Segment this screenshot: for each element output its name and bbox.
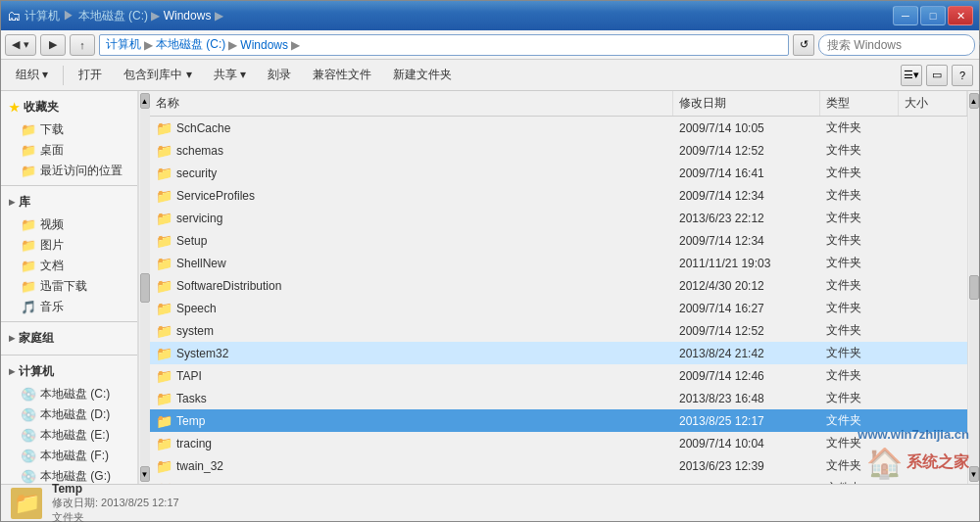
table-row[interactable]: 📁TAPI2009/7/14 12:46文件夹: [150, 364, 967, 387]
file-date-cell: 2013/6/23 12:39: [673, 457, 820, 475]
organize-button[interactable]: 组织 ▾: [7, 64, 57, 87]
path-computer[interactable]: 计算机: [106, 36, 141, 53]
file-date-cell: 2009/7/14 12:52: [673, 322, 820, 340]
main-content: ★ 收藏夹 📁 下载 📁 桌面 📁 最近访问的位置: [1, 91, 979, 484]
table-row[interactable]: 📁System322013/8/24 21:42文件夹: [150, 342, 967, 364]
column-header-size[interactable]: 大小: [899, 91, 967, 116]
back-button[interactable]: ◀ ▾: [5, 34, 36, 56]
file-size-cell: [899, 352, 967, 356]
favorites-label: 收藏夹: [24, 99, 59, 116]
table-row[interactable]: 📁servicing2013/6/23 22:12文件夹: [150, 207, 967, 229]
file-type-cell: 文件夹: [820, 410, 899, 431]
help-button[interactable]: ?: [952, 65, 973, 86]
path-c-drive[interactable]: 本地磁盘 (C:): [156, 36, 225, 53]
table-row[interactable]: 📁Setup2009/7/14 12:34文件夹: [150, 229, 967, 252]
search-box[interactable]: 🔍: [818, 34, 975, 56]
file-size-cell: [899, 329, 967, 333]
table-row[interactable]: 📁ShellNew2011/11/21 19:03文件夹: [150, 252, 967, 274]
sidebar-item-label: 最近访问的位置: [40, 163, 122, 179]
close-button[interactable]: ✕: [948, 6, 973, 25]
new-folder-button[interactable]: 新建文件夹: [384, 64, 461, 87]
sidebar: ★ 收藏夹 📁 下载 📁 桌面 📁 最近访问的位置: [1, 91, 138, 484]
refresh-button[interactable]: ↺: [793, 34, 814, 56]
file-type-cell: 文件夹: [820, 343, 899, 363]
up-button[interactable]: ↑: [70, 34, 95, 56]
folder-icon: 📁: [21, 122, 36, 137]
forward-button[interactable]: ▶: [40, 34, 66, 56]
folder-icon: 📁: [21, 217, 36, 232]
file-date-cell: 2009/7/14 10:04: [673, 435, 820, 452]
sidebar-item-label: 视频: [40, 216, 64, 233]
file-date-cell: 2009/7/14 12:46: [673, 367, 820, 385]
status-detail-1: 修改日期: 2013/8/25 12:17: [52, 496, 179, 510]
sidebar-item-downloads[interactable]: 📁 下载: [1, 119, 137, 140]
sidebar-item-c-drive[interactable]: 💿 本地磁盘 (C:): [1, 384, 137, 404]
computer-header[interactable]: ▶ 计算机: [1, 359, 137, 384]
column-header-type[interactable]: 类型: [820, 91, 899, 116]
table-row[interactable]: 📁Tasks2013/8/23 16:48文件夹: [150, 387, 967, 409]
table-row[interactable]: 📁system2009/7/14 12:52文件夹: [150, 319, 967, 342]
sidebar-item-d-drive[interactable]: 💿 本地磁盘 (D:): [1, 404, 137, 425]
star-icon: ★: [9, 101, 20, 115]
homegroup-header[interactable]: ▶ 家庭组: [1, 326, 137, 351]
status-name: Temp: [52, 482, 179, 496]
column-header-date[interactable]: 修改日期: [673, 91, 820, 116]
table-row[interactable]: 📁Vss2009/7/14 10:37文件夹: [150, 477, 967, 484]
file-type-cell: 文件夹: [820, 253, 899, 273]
file-size-cell: [899, 284, 967, 288]
table-row[interactable]: 📁security2009/7/14 16:41文件夹: [150, 162, 967, 184]
view-options-button[interactable]: ☰▾: [901, 65, 922, 86]
drive-icon: 💿: [21, 469, 36, 484]
table-row[interactable]: 📁Speech2009/7/14 16:27文件夹: [150, 297, 967, 319]
file-name-cell: 📁ServiceProfiles: [150, 187, 673, 205]
sidebar-item-desktop[interactable]: 📁 桌面: [1, 140, 137, 161]
favorites-header[interactable]: ★ 收藏夹: [1, 95, 137, 119]
sidebar-item-f-drive[interactable]: 💿 本地磁盘 (F:): [1, 446, 137, 466]
table-row[interactable]: 📁SoftwareDistribution2012/4/30 20:12文件夹: [150, 274, 967, 297]
file-name-cell: 📁Tasks: [150, 390, 673, 407]
sidebar-item-label: 本地磁盘 (F:): [40, 448, 109, 464]
minimize-button[interactable]: ─: [893, 6, 918, 25]
library-header[interactable]: ▶ 库: [1, 190, 137, 214]
sidebar-scrollbar[interactable]: ▲ ▼: [138, 91, 150, 484]
sidebar-item-documents[interactable]: 📁 文档: [1, 256, 137, 276]
file-date-cell: 2009/7/14 12:34: [673, 232, 820, 250]
sidebar-item-pictures[interactable]: 📁 图片: [1, 235, 137, 256]
search-input[interactable]: [827, 38, 974, 52]
table-row[interactable]: 📁schemas2009/7/14 12:52文件夹: [150, 139, 967, 162]
file-name-cell: 📁servicing: [150, 210, 673, 227]
sidebar-item-music[interactable]: 🎵 音乐: [1, 297, 137, 317]
sidebar-item-thunder[interactable]: 📁 迅雷下载: [1, 276, 137, 297]
file-size-cell: [899, 374, 967, 378]
compat-file-button[interactable]: 兼容性文件: [304, 64, 380, 87]
status-bar: 📁 Temp 修改日期: 2013/8/25 12:17 文件夹: [1, 484, 979, 521]
burn-button[interactable]: 刻录: [259, 64, 300, 87]
include-library-button[interactable]: 包含到库中 ▾: [115, 64, 200, 87]
path-windows[interactable]: Windows: [240, 38, 288, 52]
column-header-name[interactable]: 名称: [150, 91, 673, 116]
status-detail-2: 文件夹: [52, 510, 179, 523]
table-row[interactable]: 📁Temp2013/8/25 12:17文件夹: [150, 409, 967, 432]
file-list-scrollbar[interactable]: ▲ ▼: [967, 91, 979, 484]
homegroup-label: 家庭组: [19, 330, 54, 347]
file-type-cell: 文件夹: [820, 275, 899, 296]
file-type-cell: 文件夹: [820, 388, 899, 408]
file-list-area: 名称 修改日期 类型 大小 📁SchCache2009/7/14 10:05文件…: [150, 91, 967, 484]
window-controls: ─ □ ✕: [893, 6, 973, 25]
address-path[interactable]: 计算机 ▶ 本地磁盘 (C:) ▶ Windows ▶: [99, 34, 789, 56]
file-date-cell: 2013/8/23 16:48: [673, 390, 820, 407]
sidebar-item-recent[interactable]: 📁 最近访问的位置: [1, 161, 137, 181]
table-row[interactable]: 📁twain_322013/6/23 12:39文件夹: [150, 454, 967, 477]
table-row[interactable]: 📁SchCache2009/7/14 10:05文件夹: [150, 117, 967, 139]
folder-icon: 🎵: [21, 300, 36, 314]
maximize-button[interactable]: □: [920, 6, 946, 25]
table-row[interactable]: 📁tracing2009/7/14 10:04文件夹: [150, 432, 967, 454]
share-button[interactable]: 共享 ▾: [205, 64, 255, 87]
expand-icon: ▶: [9, 334, 15, 343]
file-name-cell: 📁security: [150, 165, 673, 182]
sidebar-item-e-drive[interactable]: 💿 本地磁盘 (E:): [1, 425, 137, 446]
sidebar-item-video[interactable]: 📁 视频: [1, 214, 137, 235]
open-button[interactable]: 打开: [70, 64, 111, 87]
preview-button[interactable]: ▭: [926, 65, 948, 86]
table-row[interactable]: 📁ServiceProfiles2009/7/14 12:34文件夹: [150, 184, 967, 207]
